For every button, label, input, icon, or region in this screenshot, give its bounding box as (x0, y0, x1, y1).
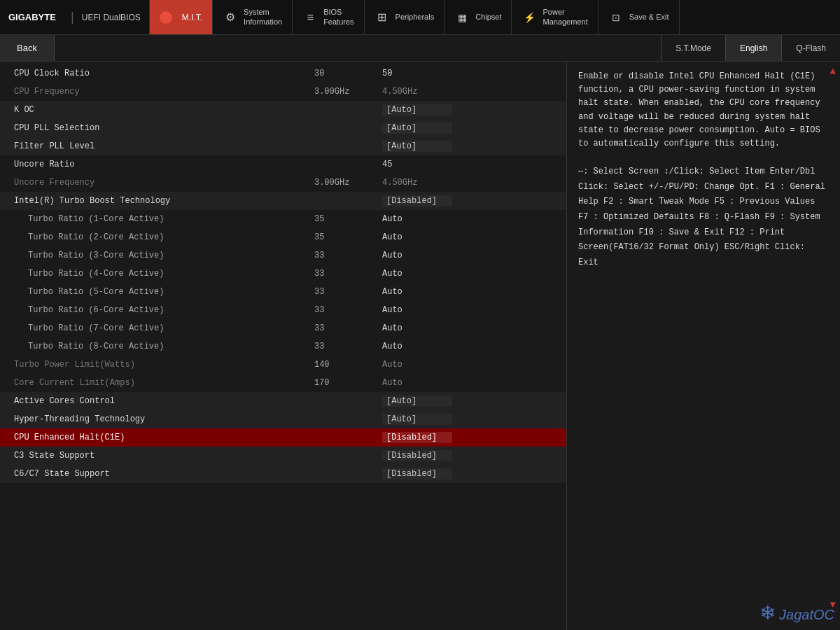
setting-name: CPU Clock Ratio (0, 64, 312, 83)
setting-default-value (312, 137, 379, 155)
table-row[interactable]: Hyper-Threading Technology[Auto] (0, 410, 566, 428)
tab-system-information-label: System Information (244, 8, 282, 26)
back-label: Back (17, 43, 37, 53)
setting-current-value[interactable]: Auto (379, 337, 566, 356)
mit-dot-icon (160, 11, 172, 24)
setting-current-value[interactable]: Auto (379, 301, 566, 319)
setting-name: C3 State Support (0, 447, 312, 465)
table-row[interactable]: Turbo Ratio (7-Core Active)33Auto (0, 319, 566, 337)
settings-table: CPU Clock Ratio3050CPU Frequency3.00GHz4… (0, 64, 566, 483)
table-row[interactable]: Turbo Ratio (8-Core Active)33Auto (0, 337, 566, 356)
toolbar: Back S.T.Mode English Q-Flash (0, 35, 840, 62)
setting-current-value[interactable]: [Auto] (379, 119, 566, 137)
tab-peripherals[interactable]: ⊞ Peripherals (365, 0, 445, 34)
header: GIGABYTE | UEFI DualBIOS M.I.T. ⚙ System… (0, 0, 840, 35)
setting-current-value[interactable]: Auto (379, 228, 566, 246)
scroll-down-arrow: ▼ (830, 599, 836, 610)
info-description: Enable or disable Intel CPU Enhanced Hal… (578, 70, 829, 150)
setting-current-value[interactable]: [Disabled] (379, 465, 566, 483)
tab-save-exit[interactable]: ⊡ Save & Exit (598, 0, 680, 34)
table-row[interactable]: Intel(R) Turbo Boost Technology[Disabled… (0, 192, 566, 210)
setting-current-value[interactable]: Auto (379, 210, 566, 228)
setting-current-value[interactable]: Auto (379, 374, 566, 392)
setting-name: Turbo Ratio (2-Core Active) (0, 228, 312, 246)
setting-name: Turbo Ratio (6-Core Active) (0, 301, 312, 319)
setting-default-value: 35 (312, 210, 379, 228)
english-button[interactable]: English (725, 35, 781, 61)
table-row[interactable]: C6/C7 State Support[Disabled] (0, 465, 566, 483)
setting-default-value: 33 (312, 319, 379, 337)
table-row[interactable]: Turbo Ratio (5-Core Active)33Auto (0, 283, 566, 301)
setting-current-value[interactable]: 50 (379, 64, 566, 83)
table-row[interactable]: Turbo Ratio (2-Core Active)35Auto (0, 228, 566, 246)
setting-current-value[interactable]: [Auto] (379, 410, 566, 428)
setting-name: Turbo Ratio (7-Core Active) (0, 319, 312, 337)
setting-default-value: 33 (312, 246, 379, 265)
table-row[interactable]: Core Current Limit(Amps)170Auto (0, 374, 566, 392)
setting-current-value[interactable]: 4.50GHz (379, 174, 566, 192)
exit-icon: ⊡ (608, 10, 624, 25)
toolbar-right: S.T.Mode English Q-Flash (661, 35, 840, 61)
english-label: English (740, 43, 767, 53)
table-row[interactable]: CPU Frequency3.00GHz4.50GHz (0, 83, 566, 101)
setting-current-value[interactable]: [Auto] (379, 101, 566, 119)
setting-current-value[interactable]: Auto (379, 356, 566, 374)
table-row[interactable]: Active Cores Control[Auto] (0, 392, 566, 410)
setting-default-value (312, 155, 379, 174)
table-row[interactable]: Turbo Ratio (1-Core Active)35Auto (0, 210, 566, 228)
table-row[interactable]: C3 State Support[Disabled] (0, 447, 566, 465)
setting-default-value: 30 (312, 64, 379, 83)
setting-current-value[interactable]: 4.50GHz (379, 83, 566, 101)
tab-bios-features[interactable]: ≡ BIOS Features (293, 0, 364, 34)
setting-default-value: 33 (312, 301, 379, 319)
table-row[interactable]: Uncore Frequency3.00GHz4.50GHz (0, 174, 566, 192)
setting-name: Turbo Ratio (4-Core Active) (0, 265, 312, 283)
qflash-button[interactable]: Q-Flash (781, 35, 840, 61)
setting-current-value[interactable]: Auto (379, 246, 566, 265)
table-row[interactable]: Turbo Power Limit(Watts)140Auto (0, 356, 566, 374)
setting-default-value: 35 (312, 228, 379, 246)
stmode-button[interactable]: S.T.Mode (661, 35, 725, 61)
table-row[interactable]: Turbo Ratio (4-Core Active)33Auto (0, 265, 566, 283)
table-row[interactable]: Turbo Ratio (6-Core Active)33Auto (0, 301, 566, 319)
main-content: CPU Clock Ratio3050CPU Frequency3.00GHz4… (0, 62, 840, 630)
setting-default-value: 170 (312, 374, 379, 392)
gear-icon: ⚙ (223, 10, 238, 25)
table-row[interactable]: K OC[Auto] (0, 101, 566, 119)
setting-name: Active Cores Control (0, 392, 312, 410)
tab-mit[interactable]: M.I.T. (150, 0, 213, 34)
peripherals-icon: ⊞ (374, 10, 390, 25)
tab-chipset-label: Chipset (475, 13, 501, 22)
logo-area: GIGABYTE | UEFI DualBIOS (0, 0, 150, 34)
back-button[interactable]: Back (0, 35, 55, 61)
setting-name: CPU Enhanced Halt(C1E) (0, 428, 312, 447)
tab-mit-label: M.I.T. (182, 13, 202, 22)
setting-name: C6/C7 State Support (0, 465, 312, 483)
setting-name: CPU Frequency (0, 83, 312, 101)
table-row[interactable]: Filter PLL Level[Auto] (0, 137, 566, 155)
table-row[interactable]: Uncore Ratio45 (0, 155, 566, 174)
setting-current-value[interactable]: [Disabled] (379, 192, 566, 210)
setting-name: Uncore Ratio (0, 155, 312, 174)
setting-current-value[interactable]: Auto (379, 319, 566, 337)
setting-name: Turbo Ratio (3-Core Active) (0, 246, 312, 265)
tab-system-information[interactable]: ⚙ System Information (213, 0, 293, 34)
table-row[interactable]: CPU PLL Selection[Auto] (0, 119, 566, 137)
setting-name: Intel(R) Turbo Boost Technology (0, 192, 312, 210)
setting-current-value[interactable]: [Auto] (379, 137, 566, 155)
setting-default-value: 3.00GHz (312, 83, 379, 101)
setting-current-value[interactable]: Auto (379, 265, 566, 283)
table-row[interactable]: Turbo Ratio (3-Core Active)33Auto (0, 246, 566, 265)
setting-current-value[interactable]: [Auto] (379, 392, 566, 410)
table-row[interactable]: CPU Enhanced Halt(C1E)[Disabled] (0, 428, 566, 447)
setting-current-value[interactable]: [Disabled] (379, 428, 566, 447)
settings-panel[interactable]: CPU Clock Ratio3050CPU Frequency3.00GHz4… (0, 62, 567, 630)
tab-chipset[interactable]: ▦ Chipset (444, 0, 512, 34)
setting-name: Filter PLL Level (0, 137, 312, 155)
setting-current-value[interactable]: Auto (379, 283, 566, 301)
table-row[interactable]: CPU Clock Ratio3050 (0, 64, 566, 83)
tab-power-management[interactable]: ⚡ Power Management (512, 0, 598, 34)
shortcut-help: ↔: Select Screen ↕/Click: Select Item En… (578, 164, 829, 270)
setting-current-value[interactable]: 45 (379, 155, 566, 174)
setting-current-value[interactable]: [Disabled] (379, 447, 566, 465)
